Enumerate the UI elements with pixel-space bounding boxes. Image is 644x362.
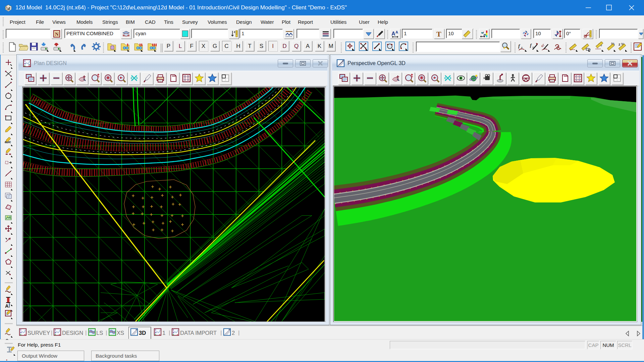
svg-text:f: f — [530, 43, 532, 48]
svg-text:T: T — [436, 30, 441, 38]
svg-text:z: z — [619, 42, 621, 46]
svg-text:A: A — [5, 303, 9, 309]
svg-text:A: A — [391, 31, 395, 37]
svg-text:Ch: Ch — [586, 47, 591, 51]
svg-text:d: d — [8, 6, 10, 11]
svg-text:f: f — [518, 43, 521, 49]
svg-text:z: z — [234, 30, 235, 34]
svg-text:A: A — [395, 30, 398, 34]
svg-text:N: N — [55, 32, 59, 37]
svg-text:d·: d· — [541, 43, 545, 48]
